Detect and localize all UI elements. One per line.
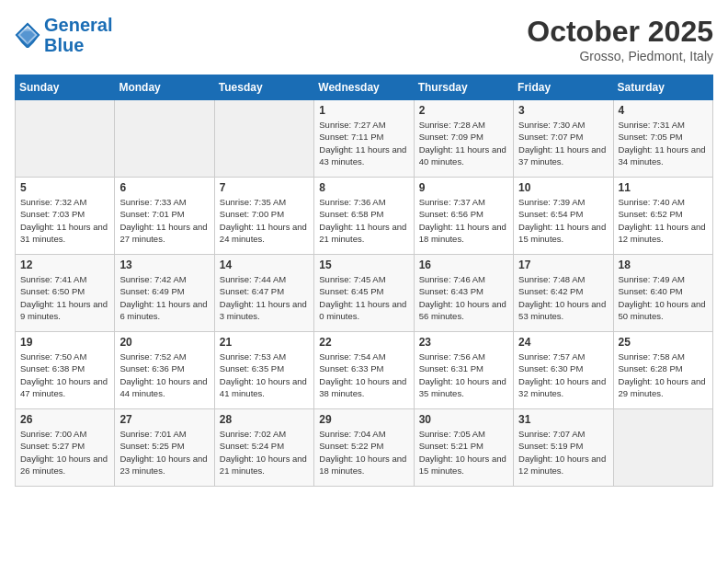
day-number: 17 bbox=[518, 259, 608, 271]
calendar-cell: 18Sunrise: 7:49 AM Sunset: 6:40 PM Dayli… bbox=[613, 255, 712, 332]
header-day-wednesday: Wednesday bbox=[314, 75, 414, 100]
day-number: 2 bbox=[419, 104, 508, 117]
calendar-cell bbox=[16, 100, 115, 178]
day-number: 22 bbox=[319, 336, 408, 349]
calendar-cell bbox=[613, 409, 712, 487]
logo: General Blue bbox=[15, 15, 112, 55]
calendar-cell: 26Sunrise: 7:00 AM Sunset: 5:27 PM Dayli… bbox=[16, 409, 115, 487]
day-info: Sunrise: 7:01 AM Sunset: 5:25 PM Dayligh… bbox=[119, 428, 209, 477]
day-info: Sunrise: 7:37 AM Sunset: 6:56 PM Dayligh… bbox=[419, 196, 508, 245]
day-info: Sunrise: 7:33 AM Sunset: 7:01 PM Dayligh… bbox=[119, 196, 209, 245]
calendar-cell: 5Sunrise: 7:32 AM Sunset: 7:03 PM Daylig… bbox=[16, 178, 115, 255]
calendar-cell: 12Sunrise: 7:41 AM Sunset: 6:50 PM Dayli… bbox=[16, 255, 115, 332]
day-number: 3 bbox=[518, 104, 608, 117]
header-day-saturday: Saturday bbox=[613, 75, 712, 100]
day-number: 28 bbox=[220, 413, 309, 426]
day-number: 14 bbox=[220, 259, 309, 271]
day-number: 27 bbox=[119, 413, 209, 426]
calendar-cell: 6Sunrise: 7:33 AM Sunset: 7:01 PM Daylig… bbox=[115, 178, 214, 255]
day-number: 5 bbox=[20, 181, 109, 194]
calendar-cell: 9Sunrise: 7:37 AM Sunset: 6:56 PM Daylig… bbox=[414, 178, 513, 255]
calendar-cell: 2Sunrise: 7:28 AM Sunset: 7:09 PM Daylig… bbox=[414, 100, 513, 178]
header-day-monday: Monday bbox=[115, 75, 214, 100]
day-number: 25 bbox=[619, 336, 708, 349]
calendar-cell: 31Sunrise: 7:07 AM Sunset: 5:19 PM Dayli… bbox=[514, 409, 613, 487]
calendar-cell: 17Sunrise: 7:48 AM Sunset: 6:42 PM Dayli… bbox=[514, 255, 613, 332]
day-number: 16 bbox=[419, 259, 508, 271]
day-info: Sunrise: 7:27 AM Sunset: 7:11 PM Dayligh… bbox=[319, 119, 408, 167]
day-info: Sunrise: 7:48 AM Sunset: 6:42 PM Dayligh… bbox=[518, 273, 608, 322]
day-info: Sunrise: 7:40 AM Sunset: 6:52 PM Dayligh… bbox=[619, 196, 708, 245]
calendar-week-row: 26Sunrise: 7:00 AM Sunset: 5:27 PM Dayli… bbox=[16, 409, 713, 487]
location: Grosso, Piedmont, Italy bbox=[527, 49, 713, 63]
calendar-cell: 14Sunrise: 7:44 AM Sunset: 6:47 PM Dayli… bbox=[214, 255, 313, 332]
logo-blue: Blue bbox=[44, 35, 84, 55]
calendar-cell: 29Sunrise: 7:04 AM Sunset: 5:22 PM Dayli… bbox=[314, 409, 414, 487]
calendar-cell: 22Sunrise: 7:54 AM Sunset: 6:33 PM Dayli… bbox=[314, 332, 414, 409]
calendar-week-row: 12Sunrise: 7:41 AM Sunset: 6:50 PM Dayli… bbox=[16, 255, 713, 332]
calendar-week-row: 19Sunrise: 7:50 AM Sunset: 6:38 PM Dayli… bbox=[16, 332, 713, 409]
calendar-cell: 1Sunrise: 7:27 AM Sunset: 7:11 PM Daylig… bbox=[314, 100, 414, 178]
day-info: Sunrise: 7:44 AM Sunset: 6:47 PM Dayligh… bbox=[220, 273, 309, 322]
calendar-cell bbox=[214, 100, 313, 178]
header-day-friday: Friday bbox=[514, 75, 613, 100]
calendar-cell: 25Sunrise: 7:58 AM Sunset: 6:28 PM Dayli… bbox=[613, 332, 712, 409]
day-number: 21 bbox=[220, 336, 309, 349]
day-info: Sunrise: 7:39 AM Sunset: 6:54 PM Dayligh… bbox=[518, 196, 608, 245]
day-info: Sunrise: 7:53 AM Sunset: 6:35 PM Dayligh… bbox=[220, 350, 309, 399]
day-number: 11 bbox=[619, 181, 708, 194]
day-info: Sunrise: 7:04 AM Sunset: 5:22 PM Dayligh… bbox=[319, 428, 408, 477]
day-info: Sunrise: 7:36 AM Sunset: 6:58 PM Dayligh… bbox=[319, 196, 408, 245]
header-day-tuesday: Tuesday bbox=[214, 75, 313, 100]
day-info: Sunrise: 7:31 AM Sunset: 7:05 PM Dayligh… bbox=[619, 119, 708, 167]
calendar-cell: 11Sunrise: 7:40 AM Sunset: 6:52 PM Dayli… bbox=[613, 178, 712, 255]
calendar-cell: 20Sunrise: 7:52 AM Sunset: 6:36 PM Dayli… bbox=[115, 332, 214, 409]
day-info: Sunrise: 7:52 AM Sunset: 6:36 PM Dayligh… bbox=[119, 350, 209, 399]
calendar-cell bbox=[115, 100, 214, 178]
day-info: Sunrise: 7:58 AM Sunset: 6:28 PM Dayligh… bbox=[619, 350, 708, 399]
day-info: Sunrise: 7:07 AM Sunset: 5:19 PM Dayligh… bbox=[518, 428, 608, 477]
month-title: October 2025 bbox=[527, 15, 713, 49]
day-info: Sunrise: 7:49 AM Sunset: 6:40 PM Dayligh… bbox=[619, 273, 708, 322]
day-info: Sunrise: 7:00 AM Sunset: 5:27 PM Dayligh… bbox=[20, 428, 109, 477]
day-number: 6 bbox=[119, 181, 209, 194]
header-day-sunday: Sunday bbox=[16, 75, 115, 100]
day-number: 8 bbox=[319, 181, 408, 194]
day-number: 4 bbox=[619, 104, 708, 117]
day-info: Sunrise: 7:35 AM Sunset: 7:00 PM Dayligh… bbox=[220, 196, 309, 245]
calendar-cell: 16Sunrise: 7:46 AM Sunset: 6:43 PM Dayli… bbox=[414, 255, 513, 332]
calendar-cell: 3Sunrise: 7:30 AM Sunset: 7:07 PM Daylig… bbox=[514, 100, 613, 178]
calendar-cell: 27Sunrise: 7:01 AM Sunset: 5:25 PM Dayli… bbox=[115, 409, 214, 487]
calendar-cell: 23Sunrise: 7:56 AM Sunset: 6:31 PM Dayli… bbox=[414, 332, 513, 409]
calendar-week-row: 5Sunrise: 7:32 AM Sunset: 7:03 PM Daylig… bbox=[16, 178, 713, 255]
day-number: 30 bbox=[419, 413, 508, 426]
calendar-cell: 8Sunrise: 7:36 AM Sunset: 6:58 PM Daylig… bbox=[314, 178, 414, 255]
calendar-week-row: 1Sunrise: 7:27 AM Sunset: 7:11 PM Daylig… bbox=[16, 100, 713, 178]
day-info: Sunrise: 7:57 AM Sunset: 6:30 PM Dayligh… bbox=[518, 350, 608, 399]
calendar-cell: 7Sunrise: 7:35 AM Sunset: 7:00 PM Daylig… bbox=[214, 178, 313, 255]
calendar-cell: 4Sunrise: 7:31 AM Sunset: 7:05 PM Daylig… bbox=[613, 100, 712, 178]
day-number: 12 bbox=[20, 259, 109, 271]
day-number: 26 bbox=[20, 413, 109, 426]
day-number: 1 bbox=[319, 104, 408, 117]
day-info: Sunrise: 7:56 AM Sunset: 6:31 PM Dayligh… bbox=[419, 350, 508, 399]
day-number: 15 bbox=[319, 259, 408, 271]
day-number: 19 bbox=[20, 336, 109, 349]
day-number: 24 bbox=[518, 336, 608, 349]
day-number: 9 bbox=[419, 181, 508, 194]
day-number: 23 bbox=[419, 336, 508, 349]
day-number: 7 bbox=[220, 181, 309, 194]
day-number: 20 bbox=[119, 336, 209, 349]
title-block: October 2025 Grosso, Piedmont, Italy bbox=[527, 15, 713, 63]
logo-icon bbox=[15, 22, 40, 48]
header-day-thursday: Thursday bbox=[414, 75, 513, 100]
day-info: Sunrise: 7:42 AM Sunset: 6:49 PM Dayligh… bbox=[119, 273, 209, 322]
day-info: Sunrise: 7:46 AM Sunset: 6:43 PM Dayligh… bbox=[419, 273, 508, 322]
calendar-header-row: SundayMondayTuesdayWednesdayThursdayFrid… bbox=[16, 75, 713, 100]
calendar-cell: 30Sunrise: 7:05 AM Sunset: 5:21 PM Dayli… bbox=[414, 409, 513, 487]
calendar-cell: 19Sunrise: 7:50 AM Sunset: 6:38 PM Dayli… bbox=[16, 332, 115, 409]
page-header: General Blue October 2025 Grosso, Piedmo… bbox=[15, 15, 713, 63]
calendar-cell: 10Sunrise: 7:39 AM Sunset: 6:54 PM Dayli… bbox=[514, 178, 613, 255]
logo-general: General bbox=[44, 15, 112, 35]
calendar-cell: 13Sunrise: 7:42 AM Sunset: 6:49 PM Dayli… bbox=[115, 255, 214, 332]
